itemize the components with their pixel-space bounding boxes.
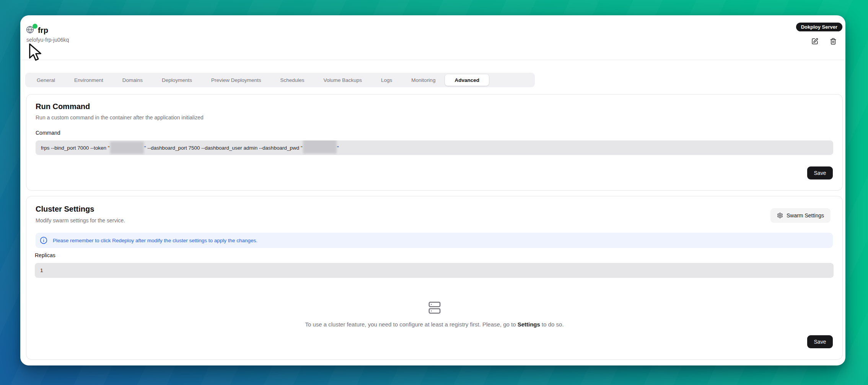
tab-preview-deployments[interactable]: Preview Deployments (202, 74, 271, 86)
tab-deployments[interactable]: Deployments (152, 74, 202, 86)
info-icon (40, 237, 47, 244)
app-subtitle: selofyu-frp-ju06kq (26, 37, 69, 43)
registry-empty-state: To use a cluster feature, you need to co… (26, 301, 842, 328)
tab-general[interactable]: General (27, 74, 65, 86)
header-divider (20, 60, 845, 60)
redeploy-alert-text: Please remember to click Redeploy after … (53, 238, 257, 243)
trash-icon (830, 38, 837, 45)
command-text-suffix: " (337, 145, 339, 151)
tab-domains[interactable]: Domains (113, 74, 152, 86)
edit-button[interactable] (811, 38, 819, 45)
registry-message: To use a cluster feature, you need to co… (26, 321, 842, 328)
app-card: frp selofyu-frp-ju06kq Dokploy Server Ge… (20, 15, 845, 365)
cluster-settings-title: Cluster Settings (36, 205, 94, 214)
server-icon (428, 301, 441, 314)
gear-icon (777, 212, 783, 219)
replicas-input[interactable] (35, 263, 834, 278)
run-command-section: Run Command Run a custom command in the … (26, 94, 843, 191)
tab-schedules[interactable]: Schedules (270, 74, 314, 86)
registry-message-before: To use a cluster feature, you need to co… (305, 321, 517, 328)
cluster-settings-save-button[interactable]: Save (807, 335, 833, 348)
run-command-description: Run a custom command in the container af… (36, 114, 204, 121)
app-logo (26, 26, 36, 36)
replicas-label: Replicas (35, 252, 55, 258)
status-online-dot-icon (33, 24, 37, 29)
tab-advanced[interactable]: Advanced (445, 74, 489, 86)
settings-link[interactable]: Settings (518, 321, 540, 328)
tab-environment[interactable]: Environment (65, 74, 113, 86)
cluster-settings-section: Cluster Settings Modify swarm settings f… (26, 196, 843, 360)
run-command-title: Run Command (36, 102, 90, 111)
tab-bar: General Environment Domains Deployments … (25, 73, 535, 87)
command-label: Command (36, 130, 60, 136)
delete-button[interactable] (829, 38, 837, 45)
server-badge: Dokploy Server (796, 23, 842, 31)
registry-message-after: to do so. (540, 321, 564, 328)
command-text-middle: " --dashboard_port 7500 --dashboard_user… (144, 145, 303, 151)
command-input[interactable]: frps --bind_port 7000 --token "" --dashb… (36, 140, 833, 155)
tab-logs[interactable]: Logs (371, 74, 402, 86)
app-title: frp (38, 26, 48, 35)
redacted-token (110, 142, 144, 154)
tab-volume-backups[interactable]: Volume Backups (314, 74, 372, 86)
swarm-settings-label: Swarm Settings (787, 212, 824, 219)
edit-pencil-icon (811, 38, 818, 45)
run-command-save-button[interactable]: Save (807, 166, 833, 179)
swarm-settings-button[interactable]: Swarm Settings (770, 208, 831, 223)
redeploy-alert: Please remember to click Redeploy after … (36, 233, 833, 248)
cluster-settings-description: Modify swarm settings for the service. (36, 217, 125, 223)
redacted-password (303, 140, 337, 153)
command-text-prefix: frps --bind_port 7000 --token " (41, 145, 110, 151)
tab-monitoring[interactable]: Monitoring (402, 74, 445, 86)
